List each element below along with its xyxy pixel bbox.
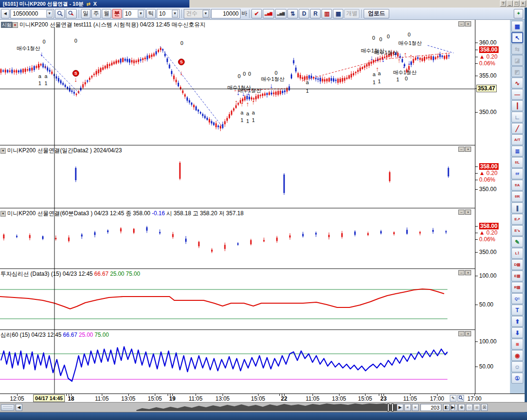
jump-end-button[interactable]: ▶▏ [451,404,457,411]
text-tool-icon[interactable]: T [511,305,523,315]
fl-tool-icon[interactable]: f/L [511,157,523,168]
chart-area[interactable]: 시험× 미니KP200 선물연결 test111 (시스템 시험적용) 04/2… [0,20,475,402]
quote-list-icon[interactable]: Q≡ [511,293,523,304]
arrow-down-marker-icon[interactable]: ⬇ [511,327,523,338]
minimize-button[interactable]: _ [507,0,513,7]
minimize-icon[interactable]: – [458,331,464,336]
fr-tool-icon[interactable]: f/R [511,191,523,202]
cursor-select-icon[interactable]: ↖ [511,32,523,43]
minimize-icon[interactable]: – [458,147,464,152]
text-annotation-icon[interactable]: A/T [511,134,523,145]
tab-close-icon[interactable]: X [93,1,97,7]
pan-hand-icon[interactable]: ◪ [511,55,523,66]
pencil-draw-icon[interactable]: ✎ [511,236,523,247]
arrow-up-marker-icon[interactable]: ⬆ [511,316,523,327]
time-axis[interactable]: ✎ 12:051811:0513:0515:051911:0513:0515:0… [0,394,527,402]
fa-tool-icon[interactable]: f/A [511,180,523,191]
elliott-wave-up-icon[interactable]: E↗ [511,214,523,225]
symbol-code-combo[interactable]: 10500000 ▼ [10,9,54,18]
parallel-channel-icon[interactable]: ∥ [511,202,523,213]
r-pattern-icon[interactable]: R▨ [511,282,523,293]
toolbar-left-arrow-icon[interactable]: ◀ [1,9,9,18]
range-slider-left[interactable] [387,403,389,411]
search-button[interactable] [55,9,65,18]
pan-hand2-icon[interactable]: ◩ [511,66,523,77]
fibonacci-lines-icon[interactable]: ≣ [511,146,523,157]
axis-label: 355.00 [479,72,497,79]
restore-button[interactable]: □ [513,0,519,7]
period-minute-button[interactable]: 분 [112,9,122,18]
horizontal-line-icon[interactable]: — [511,89,523,100]
chart-layout-icon[interactable]: ▦ [511,21,523,32]
price-box-current: 358.00 [479,163,499,170]
period-day-button[interactable]: 일 [81,9,90,18]
crosshair-tools-icon[interactable]: ⇆ [511,44,523,54]
grid-button[interactable]: ▦ [333,9,343,18]
zoom-axis-button[interactable] [457,395,464,402]
badge-close-icon[interactable]: × [12,22,18,28]
elliott-wave-down-icon[interactable]: E↘ [511,225,523,236]
contract-view-button[interactable]: ◧ [443,404,450,411]
trend-chart-icon[interactable]: ∿ [511,78,523,88]
sort-updown-button[interactable]: ⇅ [287,9,298,18]
minimize-icon[interactable]: – [458,270,464,275]
chevron-down-icon[interactable]: ▼ [172,10,178,18]
zoom-in-button[interactable]: ⊕ [458,404,465,411]
volume-button[interactable]: ▂▅▇ [275,9,286,18]
chevron-down-icon[interactable]: ▼ [46,10,53,18]
period-month-button[interactable]: 월 [102,9,111,18]
angle-line-icon[interactable]: ∟ [511,112,523,122]
smiley-marker-icon[interactable]: ☺ [511,361,523,372]
close-button[interactable]: × [520,0,526,7]
time-label: 13:05 [332,395,346,402]
close-icon[interactable]: × [465,210,471,215]
minimize-icon[interactable]: – [458,210,464,215]
chart-color-button[interactable]: ▥ [322,9,332,18]
page-back-button[interactable]: « [404,404,411,411]
vertical-line-icon[interactable]: ┃ [511,100,523,111]
close-icon[interactable]: × [465,331,471,336]
tick-interval-combo[interactable]: 10 ▼ [157,9,179,18]
signal-check-button[interactable]: ✔ [251,9,262,18]
tv-r-button[interactable]: R [310,9,321,18]
axis-tick [475,189,478,190]
number-marker-icon[interactable]: ① [511,373,523,384]
chevron-down-icon[interactable]: ▼ [0,211,6,217]
chart-annotation-text: a [246,111,249,116]
upload-button[interactable]: 업로드 [364,9,389,18]
period-week-button[interactable]: 주 [91,9,101,18]
period-tick-button[interactable]: 틱 [146,9,156,18]
chart-annotation-text: 0 [408,32,411,37]
range-slider-right[interactable] [392,403,393,411]
close-icon[interactable]: × [465,21,471,26]
edit-axis-button[interactable]: ✎ [450,395,456,402]
line-chart-tool-icon[interactable]: L⌇ [511,248,523,259]
quick-tool-button[interactable]: ✦ [514,9,523,18]
close-scroll-button[interactable]: ☒ [481,404,488,411]
diagonal-line-icon[interactable]: ╱ [511,123,523,134]
page-forward-button[interactable]: » [412,404,419,411]
minute-interval-combo[interactable]: 10 ▼ [123,9,145,18]
close-icon[interactable]: × [465,270,471,275]
ff-tool-icon[interactable]: f/f [511,168,523,179]
minimize-icon[interactable]: – [458,21,464,26]
search-jump-button[interactable] [66,9,77,18]
axis-label: 0.06% [479,236,495,243]
step-forward-button[interactable]: ▶ [397,404,403,411]
window-tab[interactable]: [6101] 미니KP200 선물연결 - 10분 ⇄ X [0,0,189,8]
circle-marker-icon[interactable]: ◉ [511,350,523,361]
bar-window-count-input[interactable] [420,404,441,411]
price-axis[interactable]: 360.00358.00▲ 0.200.06%355.00353.47350.0… [475,20,510,402]
square-marker-icon[interactable]: ■ [511,339,523,350]
d-pattern-icon[interactable]: D▨ [511,259,523,270]
help-button[interactable]: ? [500,0,506,7]
chevron-down-icon[interactable]: ▼ [138,10,144,18]
e-pattern-icon[interactable]: E▨ [511,271,523,281]
chevron-down-icon[interactable]: ▼ [0,148,6,154]
chart-annotation-text: a [45,73,47,79]
bar-count-input[interactable] [211,9,241,18]
doc-d-button[interactable]: D [299,9,309,18]
tab-swap-icon[interactable]: ⇄ [87,1,90,7]
volume-red-button[interactable]: ▂▅▇ [263,9,274,18]
close-icon[interactable]: × [465,147,471,152]
